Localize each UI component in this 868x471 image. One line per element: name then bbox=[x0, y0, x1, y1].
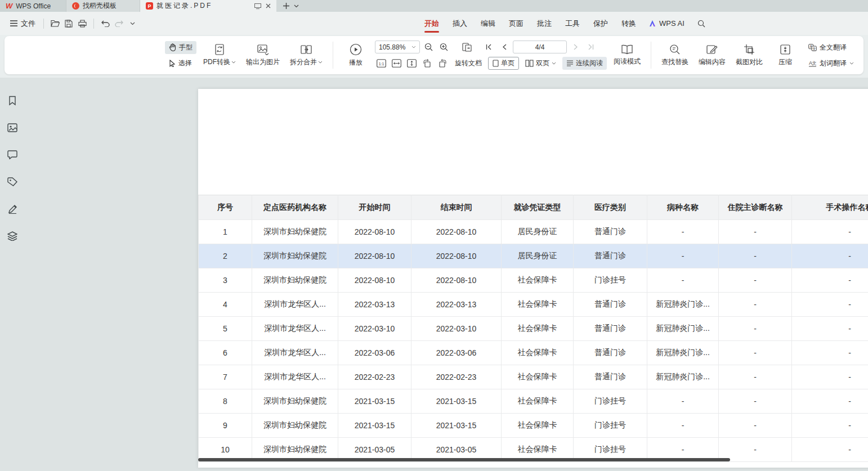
table-cell: - bbox=[792, 341, 868, 365]
play-button[interactable]: 播放 bbox=[340, 41, 372, 70]
find-replace-button[interactable]: 查找替换 bbox=[658, 42, 692, 69]
table-cell: 2022-02-23 bbox=[411, 365, 502, 389]
open-file-button[interactable] bbox=[48, 17, 62, 30]
tab-wps-office[interactable]: W WPS Office bbox=[0, 0, 66, 12]
comments-panel-button[interactable] bbox=[5, 147, 20, 162]
zoom-out-button[interactable] bbox=[422, 41, 435, 53]
tab-label: 就医记录.PDF bbox=[156, 1, 212, 11]
tab-list-chevron-icon[interactable] bbox=[294, 5, 299, 8]
next-page-button[interactable] bbox=[569, 41, 582, 53]
rotate-document-button[interactable]: 旋转文档 bbox=[451, 57, 486, 70]
word-translation-button[interactable]: A文 划词翻译 bbox=[804, 57, 858, 70]
menu-search-button[interactable] bbox=[695, 17, 708, 30]
table-cell: - bbox=[647, 244, 719, 268]
horizontal-scrollbar-thumb[interactable] bbox=[198, 458, 730, 461]
bookmarks-panel-button[interactable] bbox=[5, 93, 20, 108]
split-merge-button[interactable]: 拆分合并 bbox=[287, 42, 326, 69]
table-cell: - bbox=[792, 389, 868, 414]
thumbnails-panel-button[interactable] bbox=[5, 120, 20, 135]
export-as-image-label: 输出为图片 bbox=[246, 57, 280, 67]
screenshot-compare-icon bbox=[744, 44, 755, 55]
hand-tool-label: 手型 bbox=[179, 43, 193, 52]
full-translation-icon: A文 bbox=[808, 44, 817, 51]
new-tab-button[interactable] bbox=[283, 3, 289, 9]
fit-page-button[interactable] bbox=[405, 57, 418, 70]
signature-panel-button[interactable] bbox=[5, 201, 20, 216]
hand-tool-button[interactable]: 手型 bbox=[165, 41, 196, 54]
redo-button[interactable] bbox=[112, 17, 126, 30]
zoom-value: 105.88% bbox=[379, 43, 405, 51]
quick-access-chevron-icon[interactable] bbox=[126, 17, 139, 30]
fit-window-button[interactable] bbox=[460, 41, 473, 53]
table-cell: 社会保障卡 bbox=[502, 293, 574, 317]
reading-mode-button[interactable]: 阅读模式 bbox=[610, 42, 644, 69]
table-header-cell: 开始时间 bbox=[338, 195, 411, 220]
layers-panel-button[interactable] bbox=[5, 228, 20, 243]
table-cell: 2022-08-10 bbox=[338, 220, 411, 244]
comment-icon bbox=[7, 150, 17, 159]
page-indicator-input[interactable] bbox=[513, 41, 567, 53]
table-cell: 5 bbox=[199, 317, 252, 341]
tab-docer-templates[interactable]: 找稻壳模板 bbox=[66, 0, 140, 12]
select-tool-button[interactable]: 选择 bbox=[165, 57, 196, 70]
undo-button[interactable] bbox=[99, 17, 112, 30]
zoom-in-button[interactable] bbox=[437, 41, 450, 53]
menu-tab-protect[interactable]: 保护 bbox=[587, 14, 615, 34]
menu-tab-tools[interactable]: 工具 bbox=[558, 14, 587, 34]
table-header-cell: 医疗类别 bbox=[574, 195, 647, 220]
menu-bar: 文件 开始 插入 编辑 页面 批注 工具 保护 转换 bbox=[0, 12, 868, 35]
menu-tab-edit[interactable]: 编辑 bbox=[474, 14, 502, 34]
search-icon bbox=[697, 20, 705, 28]
continuous-reading-button[interactable]: 连续阅读 bbox=[562, 57, 607, 70]
save-button[interactable] bbox=[62, 17, 75, 30]
table-header-cell: 序号 bbox=[199, 195, 252, 220]
labels-panel-button[interactable] bbox=[5, 174, 20, 189]
rotate-right-button[interactable] bbox=[436, 57, 449, 70]
table-cell: 4 bbox=[199, 293, 252, 317]
menu-tab-convert[interactable]: 转换 bbox=[615, 14, 643, 34]
select-tool-label: 选择 bbox=[178, 59, 192, 68]
single-page-icon bbox=[493, 60, 499, 67]
menu-tab-page[interactable]: 页面 bbox=[502, 14, 530, 34]
file-menu-button[interactable]: 文件 bbox=[7, 16, 39, 31]
last-page-button[interactable] bbox=[584, 41, 597, 53]
full-text-translation-button[interactable]: A文 全文翻译 bbox=[804, 41, 858, 54]
table-cell: 6 bbox=[199, 341, 252, 365]
print-button[interactable] bbox=[75, 17, 89, 30]
table-row: 2深圳市妇幼保健院2022-08-102022-08-10居民身份证普通门诊--… bbox=[199, 244, 868, 268]
pdf-convert-button[interactable]: PDF转换 bbox=[200, 42, 239, 69]
screenshot-compare-button[interactable]: 截图对比 bbox=[732, 42, 766, 69]
fit-width-button[interactable] bbox=[390, 57, 403, 70]
close-tab-icon[interactable] bbox=[266, 3, 271, 8]
svg-text:文: 文 bbox=[812, 61, 817, 66]
table-cell: - bbox=[719, 389, 792, 414]
play-icon bbox=[350, 43, 362, 56]
tab-document[interactable]: P 就医记录.PDF bbox=[140, 0, 276, 12]
document-viewport[interactable]: 序号定点医药机构名称开始时间结束时间就诊凭证类型医疗类别病种名称住院主诊断名称手… bbox=[25, 78, 868, 471]
edit-content-label: 编辑内容 bbox=[699, 57, 726, 67]
table-cell: - bbox=[719, 317, 792, 341]
menu-tab-insert[interactable]: 插入 bbox=[446, 14, 474, 34]
split-screen-icon[interactable] bbox=[254, 3, 261, 9]
table-row: 8深圳市妇幼保健院2021-03-152021-03-15社会保障卡门诊挂号--… bbox=[199, 389, 868, 414]
menu-tab-wps-ai[interactable]: WPS AI bbox=[643, 14, 690, 33]
chevron-down-icon bbox=[411, 46, 416, 48]
continuous-reading-icon bbox=[566, 60, 574, 67]
menu-tab-home[interactable]: 开始 bbox=[418, 14, 446, 34]
single-page-button[interactable]: 单页 bbox=[488, 57, 519, 70]
table-cell: - bbox=[647, 268, 719, 293]
previous-page-button[interactable] bbox=[498, 41, 511, 53]
edit-content-button[interactable]: 编辑内容 bbox=[695, 42, 729, 69]
full-text-translation-label: 全文翻译 bbox=[820, 43, 847, 52]
actual-size-button[interactable]: 1:1 bbox=[375, 57, 388, 70]
double-page-icon bbox=[525, 60, 534, 67]
first-page-button[interactable] bbox=[482, 41, 495, 53]
double-page-button[interactable]: 双页 bbox=[521, 57, 560, 70]
zoom-in-icon bbox=[440, 43, 448, 51]
export-as-image-button[interactable]: 输出为图片 bbox=[243, 42, 283, 69]
zoom-select[interactable]: 105.88% bbox=[375, 41, 420, 53]
compress-button[interactable]: 压缩 bbox=[769, 42, 801, 69]
menu-tab-comment[interactable]: 批注 bbox=[530, 14, 558, 34]
rotate-left-button[interactable] bbox=[420, 57, 433, 70]
table-cell: 普通门诊 bbox=[574, 293, 647, 317]
